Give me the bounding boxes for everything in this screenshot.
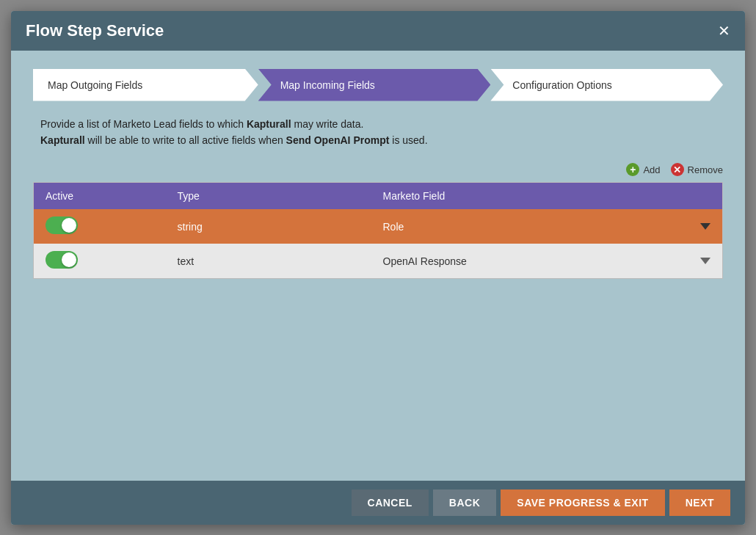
- remove-icon: ✕: [671, 163, 684, 176]
- save-progress-button[interactable]: SAVE PROGRESS & EXIT: [501, 489, 664, 516]
- step-label-config-options: Configuration Options: [512, 79, 611, 91]
- cancel-button[interactable]: CANCEL: [352, 489, 429, 516]
- step-map-incoming[interactable]: Map Incoming Fields: [258, 69, 491, 101]
- dropdown-arrow-2: [700, 258, 710, 264]
- cell-active-1: [34, 209, 166, 244]
- stepper: Map Outgoing Fields Map Incoming Fields …: [33, 69, 723, 101]
- col-header-marketo-field: Marketo Field: [371, 183, 723, 210]
- table-actions: + Add ✕ Remove: [33, 163, 723, 176]
- cell-type-2: text: [166, 244, 371, 279]
- modal-header: Flow Step Service ✕: [11, 11, 745, 51]
- back-button[interactable]: BACK: [433, 489, 496, 516]
- next-button[interactable]: NEXT: [669, 489, 730, 516]
- cell-active-2: [34, 244, 166, 279]
- modal-body: Map Outgoing Fields Map Incoming Fields …: [11, 51, 745, 481]
- toggle-2[interactable]: [46, 251, 78, 269]
- brand-name-1: Kapturall: [247, 118, 291, 130]
- add-icon: +: [626, 163, 639, 176]
- table-row: text OpenAI Response: [34, 244, 723, 279]
- table-row: string Role: [34, 209, 723, 244]
- field-value-2: OpenAI Response: [383, 255, 467, 267]
- step-label-map-outgoing: Map Outgoing Fields: [48, 79, 142, 91]
- add-button[interactable]: + Add: [626, 163, 660, 176]
- step-config-options[interactable]: Configuration Options: [490, 69, 723, 101]
- table-section: + Add ✕ Remove Active Type Marketo Field: [33, 163, 723, 279]
- cell-field-1: Role: [371, 209, 723, 244]
- dropdown-1[interactable]: Role: [383, 221, 711, 233]
- dropdown-arrow-1: [700, 223, 710, 230]
- modal-title: Flow Step Service: [26, 21, 164, 40]
- cell-field-2: OpenAI Response: [371, 244, 723, 279]
- table-header: Active Type Marketo Field: [34, 183, 723, 210]
- add-label: Add: [643, 164, 660, 175]
- description-line2: Kapturall will be able to write to all a…: [40, 132, 716, 148]
- dropdown-2[interactable]: OpenAI Response: [383, 255, 711, 267]
- col-header-active: Active: [34, 183, 166, 210]
- table-body: string Role text: [34, 209, 723, 279]
- description-line1: Provide a list of Marketo Lead fields to…: [40, 116, 716, 132]
- toggle-1[interactable]: [46, 216, 78, 234]
- modal-container: Flow Step Service ✕ Map Outgoing Fields …: [11, 11, 745, 525]
- highlight-text: Send OpenAI Prompt: [286, 134, 390, 146]
- brand-name-2: Kapturall: [40, 134, 85, 146]
- modal-footer: CANCEL BACK SAVE PROGRESS & EXIT NEXT: [11, 481, 745, 525]
- remove-label: Remove: [688, 164, 723, 175]
- description-block: Provide a list of Marketo Lead fields to…: [33, 116, 723, 149]
- cell-type-1: string: [166, 209, 371, 244]
- step-map-outgoing[interactable]: Map Outgoing Fields: [33, 69, 258, 101]
- remove-button[interactable]: ✕ Remove: [671, 163, 723, 176]
- step-label-map-incoming: Map Incoming Fields: [280, 79, 375, 91]
- field-value-1: Role: [383, 221, 404, 233]
- close-button[interactable]: ✕: [718, 23, 730, 38]
- data-table: Active Type Marketo Field string: [33, 182, 723, 279]
- col-header-type: Type: [166, 183, 371, 210]
